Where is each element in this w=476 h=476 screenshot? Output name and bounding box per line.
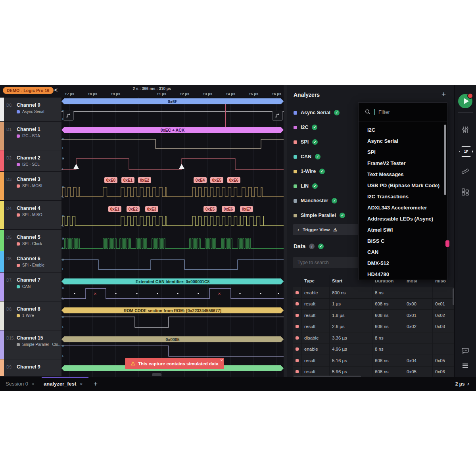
waveform-i2c-sda[interactable]	[61, 137, 284, 151]
zoom-level[interactable]: 2 µs ∧	[455, 377, 470, 391]
filter-input[interactable]: Filter	[359, 103, 447, 121]
dropdown-scrollbar[interactable]	[444, 125, 446, 195]
table-row[interactable]: result1 µs608 ns0x000x01	[293, 298, 455, 310]
spi-byte-label[interactable]: 0xE4	[194, 177, 207, 183]
dropdown-item-framev2-tester[interactable]: FrameV2 Tester	[367, 157, 406, 169]
waveform-can[interactable]: ××	[61, 286, 284, 301]
waveform-simple-parallel-clo-[interactable]	[61, 344, 284, 359]
dropdown-item-i2c[interactable]: I2C	[367, 124, 375, 135]
analyzer-item-async-serial[interactable]: Async Serial✓	[294, 110, 340, 115]
spi-byte-label[interactable]: 0xE5	[210, 177, 223, 183]
table-row[interactable]: result5.16 µs608 ns0x040x05	[293, 355, 455, 366]
timeline-timestamp: 2 s : 366 ms : 310 µs	[133, 86, 171, 91]
analyzer-result-bar[interactable]: 0x6F	[61, 98, 284, 104]
channel-row[interactable]: D7.Channel 7CAN	[0, 273, 61, 301]
dropdown-item-hd44780[interactable]: HD44780	[367, 269, 389, 280]
analyzer-item-lin[interactable]: LIN✓	[294, 183, 318, 189]
table-cell: 0x01	[432, 299, 455, 310]
trigger-cursor[interactable]	[225, 104, 226, 127]
table-row[interactable]: enable800 ns8 ns	[293, 287, 455, 298]
toast-close-icon[interactable]: ×	[221, 358, 223, 363]
channel-row[interactable]: D0.Channel 0Async Serial	[0, 98, 61, 121]
capture-settings-sliders-icon[interactable]	[461, 125, 470, 134]
close-tab-icon[interactable]: ×	[32, 382, 34, 386]
spi-byte-label[interactable]: 0xE1	[108, 206, 121, 212]
dropdown-item-adxl343-accelerometer[interactable]: ADXL343 Accelerometer	[367, 202, 427, 213]
spi-byte-label[interactable]: 0xE3	[145, 206, 158, 212]
analyzer-item-can[interactable]: CAN✓	[294, 154, 321, 159]
frame-1f-icon[interactable]: 1F	[459, 146, 473, 157]
table-row[interactable]: disable3.36 µs8 ns	[293, 332, 455, 344]
waveform-spi-clock[interactable]	[61, 236, 284, 251]
measure-ruler-icon[interactable]	[461, 167, 470, 176]
tab-analyzer-fest[interactable]: analyzer_fest×	[44, 377, 83, 391]
analyzer-result-bar[interactable]: ROM CODE section from ROM: [0x2233445566…	[61, 307, 284, 313]
analyzer-item-1-wire[interactable]: 1-Wire✓	[294, 169, 325, 174]
analyzer-item-manchester[interactable]: Manchester✓	[294, 198, 337, 203]
jump-next-edge-icon[interactable]	[272, 111, 283, 121]
waveform-area[interactable]: 2 s : 366 ms : 310 µs +7 µs+8 µs+9 µs+1 …	[61, 85, 284, 377]
analyzer-result-bar[interactable]: Extended CAN Identifier: 0x000001C8	[61, 278, 284, 284]
main-menu-icon[interactable]	[461, 361, 470, 370]
table-cell	[432, 344, 455, 355]
dropdown-item-can[interactable]: CAN	[367, 246, 378, 257]
spi-byte-label[interactable]: 0xE2	[127, 206, 140, 212]
channel-row[interactable]: D3.Channel 3SPI - MOSI	[0, 172, 61, 200]
spi-byte-label[interactable]: 0xE6	[222, 206, 235, 212]
analyzer-item-simple-parallel[interactable]: Simple Parallel✓	[294, 213, 345, 218]
chat-bubble-icon[interactable]	[461, 346, 470, 355]
channel-row[interactable]: D4.Channel 4SPI - MISO	[0, 201, 61, 229]
channel-row[interactable]: D2.Channel 2I2C - SCL	[0, 150, 61, 171]
collapse-panel-icon[interactable]: <	[54, 87, 58, 93]
close-tab-icon[interactable]: ×	[80, 382, 82, 386]
dropdown-item-dmx-512[interactable]: DMX-512	[367, 257, 389, 269]
spi-byte-label[interactable]: 0xE7	[240, 206, 253, 212]
analyzer-item-spi[interactable]: SPI✓	[294, 139, 318, 145]
spi-byte-label[interactable]: 0xE6	[227, 177, 240, 183]
add-analyzer-button[interactable]: +	[441, 90, 446, 99]
channel-row[interactable]: D15.Channel 15Simple Parallel - Clo...	[0, 330, 61, 359]
dropdown-item-async-serial[interactable]: Async Serial	[367, 135, 398, 146]
play-button[interactable]	[458, 94, 472, 108]
waveform-1-wire[interactable]	[61, 315, 284, 330]
info-icon[interactable]: i	[309, 244, 315, 249]
waveform-spi-miso[interactable]	[61, 214, 284, 228]
waveform-async-serial[interactable]	[61, 109, 284, 122]
extensions-grid-icon[interactable]	[461, 188, 470, 196]
waveform-spi-mosi[interactable]	[61, 185, 284, 199]
new-tab-button[interactable]: +	[94, 377, 98, 391]
timeline-ruler[interactable]: 2 s : 366 ms : 310 µs +7 µs+8 µs+9 µs+1 …	[61, 85, 284, 97]
channel-row[interactable]: D5.Channel 5SPI - Clock	[0, 230, 61, 251]
table-row[interactable]: result1.8 µs608 ns0x010x02	[293, 309, 455, 321]
channel-row[interactable]: D6.Channel 6SPI - Enable	[0, 251, 61, 272]
channel-row[interactable]: D8.Channel 81-Wire	[0, 301, 61, 330]
waveform-hscrollbar[interactable]	[152, 373, 161, 376]
channel-row[interactable]: D1.Channel 1I2C - SDA	[0, 122, 61, 150]
table-row[interactable]: enable4.96 µs8 ns	[293, 344, 455, 355]
table-row[interactable]: result2.6 µs608 ns0x020x03	[293, 321, 455, 332]
column-header-type[interactable]: Type	[301, 275, 329, 287]
waveform-spi-enable[interactable]	[61, 257, 284, 272]
spi-byte-label[interactable]: 0xE1	[121, 177, 134, 183]
spi-byte-label[interactable]: 0xE5	[203, 206, 217, 212]
analyzer-result-bar[interactable]: 0xEC + ACK	[61, 127, 284, 133]
analyzer-item-i2c[interactable]: I2C✓	[294, 125, 317, 130]
dropdown-item-text-messages[interactable]: Text Messages	[367, 169, 404, 180]
table-cell: 0x02	[404, 321, 432, 332]
waveform-i2c-scl[interactable]	[61, 156, 284, 172]
spi-byte-label[interactable]: 0xE0	[104, 177, 117, 183]
channel-analyzer-label: Async Serial	[17, 109, 44, 114]
table-cell: 0x05	[404, 367, 432, 378]
dropdown-item-biss-c[interactable]: BiSS C	[367, 235, 384, 246]
dropdown-item-usb-pd-biphase-mark-code-[interactable]: USB PD (Biphase Mark Code)	[367, 180, 440, 191]
analyzer-result-bar[interactable]: 0x0005	[61, 336, 284, 342]
spi-byte-label[interactable]: 0xE2	[138, 177, 151, 183]
dropdown-item-addressable-leds-async-[interactable]: Addressable LEDs (Async)	[367, 213, 433, 224]
dropdown-item-i2c-transactions[interactable]: I2C Transactions	[367, 191, 409, 202]
jump-prev-edge-icon[interactable]	[63, 111, 74, 121]
tab-session-0[interactable]: Session 0×	[6, 377, 35, 391]
dropdown-item-spi[interactable]: SPI	[367, 146, 376, 157]
channel-row[interactable]: D9.Channel 9	[0, 359, 61, 376]
device-badge[interactable]: DEMO - Logic Pro 16	[3, 87, 54, 94]
dropdown-item-atmel-swi[interactable]: Atmel SWI	[367, 224, 393, 235]
